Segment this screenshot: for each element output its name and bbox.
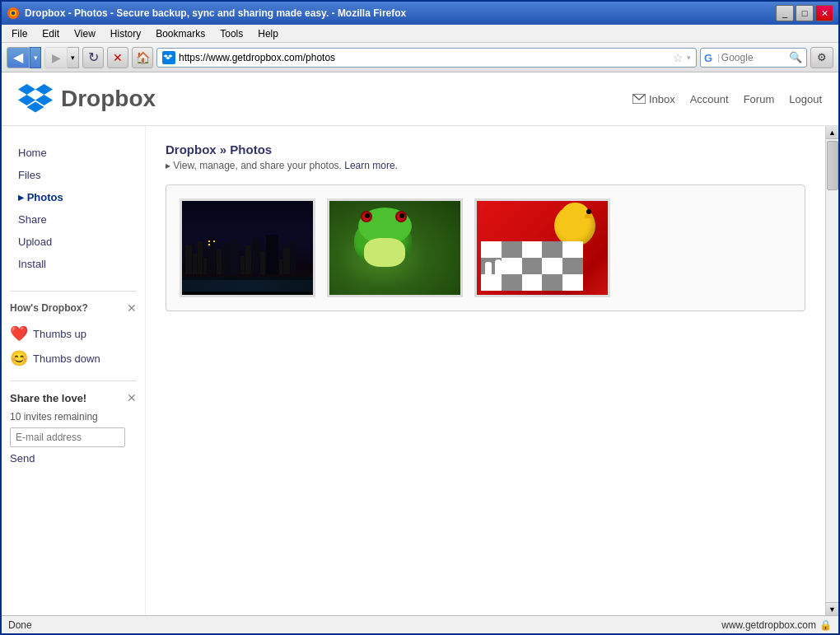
share-widget-title: Share the love! xyxy=(10,392,86,404)
menu-tools[interactable]: Tools xyxy=(213,26,250,41)
menu-help[interactable]: Help xyxy=(251,26,285,41)
learn-more-link[interactable]: Learn more. xyxy=(344,160,398,171)
page-area: Dropbox Inbox Account Forum Logout xyxy=(2,72,838,615)
forward-button[interactable]: ▶ xyxy=(44,47,68,68)
status-text: Done xyxy=(8,619,32,631)
logo-text: Dropbox xyxy=(61,86,156,112)
thumbs-down-item[interactable]: 😊 Thumbs down xyxy=(10,346,137,371)
email-input[interactable] xyxy=(10,427,125,447)
thumbs-up-label: Thumbs up xyxy=(33,328,86,340)
lock-icon: 🔒 xyxy=(819,619,832,631)
dropbox-logo-icon xyxy=(18,84,53,114)
settings-button[interactable]: ⚙ xyxy=(810,47,833,68)
invites-remaining-text: 10 invites remaining xyxy=(10,411,137,423)
breadcrumb-home-link[interactable]: Dropbox xyxy=(166,142,217,156)
hows-dropbox-widget: How's Dropbox? ✕ ❤️ Thumbs up 😊 Thumbs d… xyxy=(10,291,137,371)
share-widget-header: Share the love! ✕ xyxy=(10,391,137,404)
menu-view[interactable]: View xyxy=(68,26,102,41)
google-g-icon: G xyxy=(704,52,716,63)
menu-file[interactable]: File xyxy=(5,26,34,41)
page-header: Dropbox Inbox Account Forum Logout xyxy=(2,72,838,126)
inbox-link[interactable]: Inbox xyxy=(632,93,675,105)
main-content: Dropbox » Photos ▸ View, manage, and sha… xyxy=(146,126,825,615)
window-title: Dropbox - Photos - Secure backup, sync a… xyxy=(25,7,771,19)
thumbs-down-emoji: 😊 xyxy=(10,349,28,367)
nav-bar: ◀ ▾ ▶ ▾ ↻ ✕ 🏠 ☆ ▾ G | 🔍 ⚙ xyxy=(2,43,838,72)
search-bar: G | 🔍 xyxy=(700,48,807,68)
stop-button[interactable]: ✕ xyxy=(107,47,128,68)
header-nav: Inbox Account Forum Logout xyxy=(632,93,822,105)
share-widget: Share the love! ✕ 10 invites remaining S… xyxy=(10,381,137,465)
svg-point-2 xyxy=(12,12,15,15)
share-widget-close-button[interactable]: ✕ xyxy=(127,391,137,404)
menu-edit[interactable]: Edit xyxy=(35,26,66,41)
account-link[interactable]: Account xyxy=(690,93,729,105)
sidebar-item-files[interactable]: Files xyxy=(10,165,137,185)
scroll-down-button[interactable]: ▼ xyxy=(826,602,839,615)
url-bar: ☆ ▾ xyxy=(156,48,697,68)
status-bar: Done www.getdropbox.com 🔒 xyxy=(2,615,838,633)
search-input[interactable] xyxy=(721,52,787,63)
breadcrumb: Dropbox » Photos xyxy=(166,142,805,156)
breadcrumb-separator: » Photos xyxy=(220,142,272,156)
menu-bar: File Edit View History Bookmarks Tools H… xyxy=(2,25,838,43)
sidebar-item-photos[interactable]: Photos xyxy=(10,187,137,208)
bookmark-star-icon[interactable]: ☆ xyxy=(673,51,684,64)
photo-frog[interactable] xyxy=(327,198,463,297)
title-bar: Dropbox - Photos - Secure backup, sync a… xyxy=(2,2,838,25)
logout-link[interactable]: Logout xyxy=(789,93,822,105)
inbox-label: Inbox xyxy=(649,93,675,105)
maximize-button[interactable]: □ xyxy=(796,5,814,21)
back-button[interactable]: ◀ xyxy=(7,47,30,68)
back-dropdown[interactable]: ▾ xyxy=(30,47,41,68)
scrollbar[interactable]: ▲ ▼ xyxy=(825,126,838,615)
widget-title: How's Dropbox? xyxy=(10,302,88,314)
menu-bookmarks[interactable]: Bookmarks xyxy=(149,26,212,41)
browser-content: Dropbox Inbox Account Forum Logout xyxy=(2,72,838,615)
photo-chess[interactable] xyxy=(474,198,610,297)
sidebar-item-share[interactable]: Share xyxy=(10,209,137,230)
logo-area: Dropbox xyxy=(18,84,156,114)
subtitle: ▸ View, manage, and share your photos. L… xyxy=(166,160,805,171)
search-icon[interactable]: 🔍 xyxy=(789,51,802,63)
sidebar-item-upload[interactable]: Upload xyxy=(10,231,137,252)
mail-icon xyxy=(632,94,646,104)
close-button[interactable]: ✕ xyxy=(815,5,833,21)
sidebar-item-home[interactable]: Home xyxy=(10,142,137,163)
sidebar-item-install[interactable]: Install xyxy=(10,254,137,274)
reload-button[interactable]: ↻ xyxy=(82,47,104,68)
menu-history[interactable]: History xyxy=(104,26,147,41)
minimize-button[interactable]: _ xyxy=(776,5,794,21)
forum-link[interactable]: Forum xyxy=(744,93,775,105)
status-url: www.getdropbox.com 🔒 xyxy=(721,619,832,631)
widget-close-button[interactable]: ✕ xyxy=(127,301,137,315)
sidebar: Home Files Photos Share Upload Install H… xyxy=(2,126,146,615)
photos-container xyxy=(166,184,805,311)
dropdown-arrow-icon[interactable]: ▾ xyxy=(687,54,691,62)
home-button[interactable]: 🏠 xyxy=(132,47,153,68)
window-controls: _ □ ✕ xyxy=(776,5,833,21)
thumbs-down-label: Thumbs down xyxy=(33,353,100,365)
dropbox-favicon xyxy=(162,51,175,64)
widget-header: How's Dropbox? ✕ xyxy=(10,301,137,315)
thumbs-up-item[interactable]: ❤️ Thumbs up xyxy=(10,321,137,346)
svg-text:G: G xyxy=(704,52,712,63)
firefox-icon xyxy=(7,7,20,20)
send-button[interactable]: Send xyxy=(10,452,137,465)
url-input[interactable] xyxy=(179,52,670,63)
status-domain: www.getdropbox.com xyxy=(721,619,816,631)
scroll-up-button[interactable]: ▲ xyxy=(826,126,839,139)
content-wrapper: Home Files Photos Share Upload Install H… xyxy=(2,126,838,615)
sidebar-nav: Home Files Photos Share Upload Install xyxy=(10,142,137,274)
scroll-thumb[interactable] xyxy=(827,141,838,190)
forward-dropdown[interactable]: ▾ xyxy=(68,47,79,68)
photo-city[interactable] xyxy=(180,198,315,297)
thumbs-up-emoji: ❤️ xyxy=(10,325,28,343)
